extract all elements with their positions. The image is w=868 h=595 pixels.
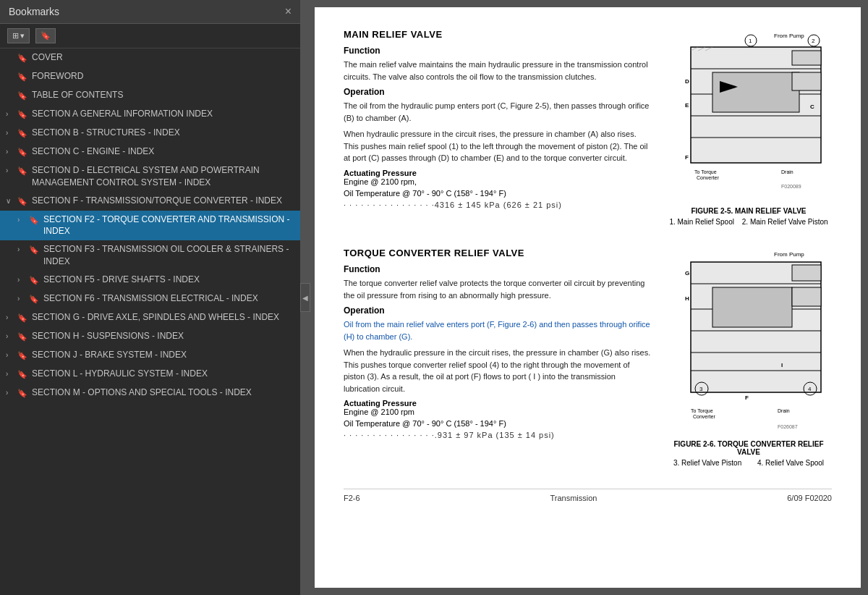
bookmark-label: COVER — [32, 51, 294, 64]
svg-text:3: 3 — [699, 386, 703, 392]
svg-text:I: I — [781, 362, 783, 368]
bookmark-item-toc[interactable]: 🔖TABLE OF CONTENTS — [0, 86, 300, 105]
svg-rect-18 — [792, 72, 821, 90]
bookmarks-header: Bookmarks × — [0, 0, 300, 24]
section2-act-line1: Engine @ 2100 rpm — [344, 408, 651, 416]
section1-label1: 1. Main Relief Spool — [669, 218, 734, 226]
bookmark-page-icon: 🔖 — [17, 369, 27, 380]
bookmark-item-section-d[interactable]: ›🔖SECTION D - ELECTRICAL SYSTEM AND POWE… — [0, 161, 300, 192]
section2-label2: 4. Relief Valve Spool — [757, 459, 824, 467]
bookmarks-list: 🔖COVER 🔖FOREWORD 🔖TABLE OF CONTENTS›🔖SEC… — [0, 48, 300, 595]
section1-function-title: Function — [344, 46, 651, 56]
document-area[interactable]: MAIN RELIEF VALVE Function The main reli… — [315, 7, 861, 588]
bookmark-item-section-l[interactable]: ›🔖SECTION L - HYDRAULIC SYSTEM - INDEX — [0, 365, 300, 384]
svg-rect-36 — [792, 287, 821, 306]
section1-figure: From Pump 1 2 — [665, 29, 832, 226]
bookmark-item-section-f2[interactable]: ›🔖SECTION F2 - TORQUE CONVERTER AND TRAN… — [0, 211, 300, 241]
expand-arrow: › — [6, 109, 16, 119]
section2-act-line3: · · · · · · · · · · · · · · · ·.931 ± 97… — [344, 431, 651, 439]
section2-function-title: Function — [344, 264, 651, 274]
section1-operation-title: Operation — [344, 87, 651, 97]
bookmark-page-icon: 🔖 — [17, 147, 27, 158]
bookmark-label: TABLE OF CONTENTS — [32, 89, 294, 101]
bookmark-page-icon: 🔖 — [17, 128, 27, 139]
svg-text:F: F — [685, 154, 689, 161]
main-relief-valve-diagram: From Pump 1 2 — [669, 29, 828, 203]
collapse-handle[interactable]: ◀ — [300, 283, 310, 312]
section1-figure-caption: FIGURE 2-5. MAIN RELIEF VALVE — [665, 207, 832, 215]
expand-arrow: › — [17, 275, 27, 285]
expand-arrow: ∨ — [6, 196, 16, 206]
bookmark-page-icon: 🔖 — [29, 245, 39, 256]
bookmark-label: SECTION M - OPTIONS AND SPECIAL TOOLS - … — [32, 387, 294, 399]
bookmark-item-section-m[interactable]: ›🔖SECTION M - OPTIONS AND SPECIAL TOOLS … — [0, 384, 300, 402]
bookmark-add-button[interactable]: 🔖 — [35, 28, 56, 43]
bookmark-page-icon: 🔖 — [29, 294, 39, 305]
close-button[interactable]: × — [285, 6, 292, 17]
footer-right: 6/09 F02020 — [787, 494, 832, 502]
expand-arrow: › — [6, 166, 16, 176]
dropdown-arrow: ▾ — [20, 31, 25, 41]
section1-figure-labels: 1. Main Relief Spool 2. Main Relief Valv… — [665, 218, 832, 226]
bookmark-item-section-f[interactable]: ∨🔖SECTION F - TRANSMISSION/TORQUE CONVER… — [0, 192, 300, 211]
bookmark-item-section-j[interactable]: ›🔖SECTION J - BRAKE SYSTEM - INDEX — [0, 346, 300, 365]
svg-text:H: H — [685, 295, 689, 302]
section2-function-text: The torque converter relief valve protec… — [344, 277, 651, 301]
bookmark-label: SECTION F2 - TORQUE CONVERTER AND TRANSM… — [43, 214, 294, 238]
expand-arrow: › — [17, 294, 27, 304]
expand-arrow: › — [6, 350, 16, 360]
bookmark-label: SECTION C - ENGINE - INDEX — [32, 145, 294, 158]
bookmark-item-section-h[interactable]: ›🔖SECTION H - SUSPENSIONS - INDEX — [0, 327, 300, 346]
bookmark-item-section-a[interactable]: ›🔖SECTION A GENERAL INFORMATION INDEX — [0, 105, 300, 124]
bookmark-item-section-f6[interactable]: ›🔖SECTION F6 - TRANSMISSION ELECTRICAL -… — [0, 290, 300, 308]
section1-function-text: The main relief valve maintains the main… — [344, 59, 651, 83]
bookmarks-panel: Bookmarks × ⊞ ▾ 🔖 🔖COVER 🔖FOREWORD 🔖TABL… — [0, 0, 300, 595]
bookmark-icon: 🔖 — [41, 31, 51, 41]
bookmark-label: FOREWORD — [32, 70, 294, 83]
section2-label1: 3. Relief Valve Piston — [673, 459, 741, 467]
svg-text:F026087: F026087 — [778, 424, 798, 429]
section2-operation-title: Operation — [344, 305, 651, 316]
bookmark-item-section-c[interactable]: ›🔖SECTION C - ENGINE - INDEX — [0, 143, 300, 161]
bookmark-page-icon: 🔖 — [17, 166, 27, 177]
section1-act-line1: Engine @ 2100 rpm, — [344, 177, 651, 186]
bookmark-label: SECTION D - ELECTRICAL SYSTEM AND POWERT… — [32, 164, 294, 189]
section2-op-text1: Oil from the main relief valve enters po… — [344, 318, 651, 342]
bookmark-item-section-g[interactable]: ›🔖SECTION G - DRIVE AXLE, SPINDLES AND W… — [0, 308, 300, 327]
bookmark-item-section-f3[interactable]: ›🔖SECTION F3 - TRANSMISSION OIL COOLER &… — [0, 240, 300, 271]
bookmark-page-icon: 🔖 — [17, 72, 27, 83]
bookmark-page-icon: 🔖 — [17, 313, 27, 324]
section2-figure-caption: FIGURE 2-6. TORQUE CONVERTER RELIEF VALV… — [665, 440, 832, 456]
bookmark-label: SECTION A GENERAL INFORMATION INDEX — [32, 108, 294, 120]
bookmark-label: SECTION B - STRUCTURES - INDEX — [32, 127, 294, 139]
svg-text:To Torque: To Torque — [694, 169, 717, 175]
grid-view-button[interactable]: ⊞ ▾ — [7, 28, 30, 43]
svg-text:From Pump: From Pump — [774, 33, 804, 39]
bookmark-label: SECTION G - DRIVE AXLE, SPINDLES AND WHE… — [32, 311, 294, 324]
bookmark-page-icon: 🔖 — [17, 53, 27, 64]
svg-text:1: 1 — [749, 38, 752, 44]
bookmark-item-section-b[interactable]: ›🔖SECTION B - STRUCTURES - INDEX — [0, 124, 300, 143]
svg-text:4: 4 — [808, 386, 812, 392]
svg-rect-17 — [792, 51, 821, 65]
section2-title: TORQUE CONVERTER RELIEF VALVE — [344, 248, 651, 258]
svg-text:E: E — [685, 102, 689, 109]
bookmark-label: SECTION F5 - DRIVE SHAFTS - INDEX — [43, 274, 294, 286]
section2-text: TORQUE CONVERTER RELIEF VALVE Function T… — [344, 248, 651, 439]
bookmark-item-cover[interactable]: 🔖COVER — [0, 48, 300, 67]
document-panel: ◀ MAIN RELIEF VALVE Function The main re… — [300, 0, 868, 595]
section2-op-text2: When the hydraulic pressure in the circu… — [344, 347, 651, 394]
bookmark-item-section-f5[interactable]: ›🔖SECTION F5 - DRIVE SHAFTS - INDEX — [0, 271, 300, 290]
section2-act-line2: Oil Temperature @ 70° - 90° C (158° - 19… — [344, 419, 651, 428]
svg-text:2: 2 — [812, 38, 815, 44]
svg-rect-34 — [712, 287, 792, 327]
torque-converter-relief-diagram: From Pump — [669, 248, 828, 436]
grid-icon: ⊞ — [12, 31, 19, 41]
expand-arrow: › — [6, 388, 16, 398]
bookmark-page-icon: 🔖 — [17, 388, 27, 399]
bookmark-item-foreword[interactable]: 🔖FOREWORD — [0, 67, 300, 86]
svg-text:C: C — [810, 104, 814, 110]
bookmark-page-icon: 🔖 — [29, 215, 39, 226]
document-footer: F2-6 Transmission 6/09 F02020 — [344, 489, 832, 507]
torque-converter-relief-section: TORQUE CONVERTER RELIEF VALVE Function T… — [344, 248, 832, 467]
